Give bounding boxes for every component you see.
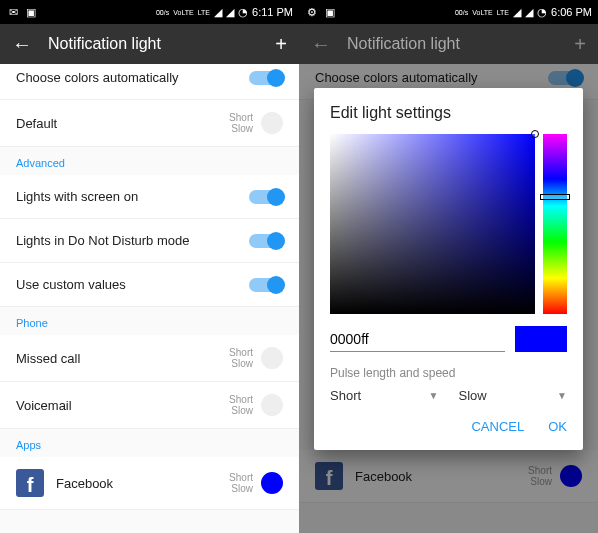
pulse-speed-dropdown[interactable]: Slow ▼	[459, 388, 568, 403]
page-title: Notification light	[48, 35, 259, 53]
section-phone: Phone	[0, 307, 299, 335]
hue-cursor[interactable]	[540, 194, 570, 200]
row-label: Lights in Do Not Disturb mode	[16, 233, 249, 248]
row-default[interactable]: Default ShortSlow	[0, 100, 299, 147]
page-title: Notification light	[347, 35, 558, 53]
row-facebook[interactable]: f Facebook ShortSlow	[0, 457, 299, 510]
volte-indicator: VoLTE	[472, 9, 493, 16]
signal-icon: ◢	[214, 6, 222, 19]
signal-icon: ◢	[525, 6, 533, 19]
chevron-down-icon: ▼	[429, 390, 439, 401]
network-speed: 00/s	[156, 9, 169, 16]
row-subtext: ShortSlow	[229, 394, 253, 416]
row-label: Facebook	[56, 476, 229, 491]
sv-cursor[interactable]	[531, 130, 539, 138]
signal-icon: ◢	[513, 6, 521, 19]
row-label: Default	[16, 116, 229, 131]
row-label: Choose colors automatically	[16, 70, 249, 85]
row-label: Voicemail	[16, 398, 229, 413]
lte-indicator: LTE	[198, 9, 210, 16]
app-bar: ← Notification light +	[0, 24, 299, 64]
color-indicator	[261, 472, 283, 494]
back-icon[interactable]: ←	[12, 33, 32, 56]
toggle-auto-colors[interactable]	[249, 71, 283, 85]
network-speed: 00/s	[455, 9, 468, 16]
color-preview	[515, 326, 567, 352]
row-label: Use custom values	[16, 277, 249, 292]
status-bar: ✉ ▣ 00/s VoLTE LTE ◢ ◢ ◔ 6:11 PM	[0, 0, 299, 24]
volte-indicator: VoLTE	[173, 9, 194, 16]
row-label: Missed call	[16, 351, 229, 366]
edit-light-dialog: Edit light settings Pulse length and spe…	[314, 88, 583, 450]
row-label: Lights with screen on	[16, 189, 249, 204]
screen-left: ✉ ▣ 00/s VoLTE LTE ◢ ◢ ◔ 6:11 PM ← Notif…	[0, 0, 299, 533]
row-subtext: ShortSlow	[229, 112, 253, 134]
cancel-button[interactable]: CANCEL	[471, 419, 524, 434]
row-screen-on[interactable]: Lights with screen on	[0, 175, 299, 219]
saturation-value-panel[interactable]	[330, 134, 535, 314]
color-picker	[330, 134, 567, 314]
screen-right: ⚙ ▣ 00/s VoLTE LTE ◢ ◢ ◔ 6:06 PM ← Notif…	[299, 0, 598, 533]
status-bar: ⚙ ▣ 00/s VoLTE LTE ◢ ◢ ◔ 6:06 PM	[299, 0, 598, 24]
add-icon[interactable]: +	[574, 33, 586, 56]
row-custom-values[interactable]: Use custom values	[0, 263, 299, 307]
dropdown-value: Slow	[459, 388, 487, 403]
image-icon: ▣	[24, 5, 38, 19]
add-icon[interactable]: +	[275, 33, 287, 56]
signal-icon: ◢	[226, 6, 234, 19]
back-icon[interactable]: ←	[311, 33, 331, 56]
section-apps: Apps	[0, 429, 299, 457]
hue-slider[interactable]	[543, 134, 567, 314]
color-indicator	[261, 112, 283, 134]
row-auto-colors[interactable]: Choose colors automatically	[0, 64, 299, 100]
row-voicemail[interactable]: Voicemail ShortSlow	[0, 382, 299, 429]
dialog-title: Edit light settings	[330, 104, 567, 122]
dropdown-value: Short	[330, 388, 361, 403]
row-subtext: ShortSlow	[229, 347, 253, 369]
toggle-screen-on[interactable]	[249, 190, 283, 204]
hex-input[interactable]	[330, 327, 505, 352]
color-indicator	[261, 347, 283, 369]
facebook-icon: f	[16, 469, 44, 497]
pulse-label: Pulse length and speed	[330, 366, 567, 380]
ok-button[interactable]: OK	[548, 419, 567, 434]
toggle-dnd[interactable]	[249, 234, 283, 248]
status-time: 6:06 PM	[551, 6, 592, 18]
toggle-custom[interactable]	[249, 278, 283, 292]
image-icon: ▣	[323, 5, 337, 19]
row-dnd[interactable]: Lights in Do Not Disturb mode	[0, 219, 299, 263]
status-time: 6:11 PM	[252, 6, 293, 18]
gmail-icon: ✉	[6, 5, 20, 19]
gear-icon: ⚙	[305, 5, 319, 19]
section-advanced: Advanced	[0, 147, 299, 175]
clock-icon: ◔	[238, 6, 248, 19]
row-missed-call[interactable]: Missed call ShortSlow	[0, 335, 299, 382]
pulse-length-dropdown[interactable]: Short ▼	[330, 388, 439, 403]
app-bar: ← Notification light +	[299, 24, 598, 64]
row-subtext: ShortSlow	[229, 472, 253, 494]
chevron-down-icon: ▼	[557, 390, 567, 401]
settings-list[interactable]: Choose colors automatically Default Shor…	[0, 64, 299, 533]
clock-icon: ◔	[537, 6, 547, 19]
lte-indicator: LTE	[497, 9, 509, 16]
color-indicator	[261, 394, 283, 416]
